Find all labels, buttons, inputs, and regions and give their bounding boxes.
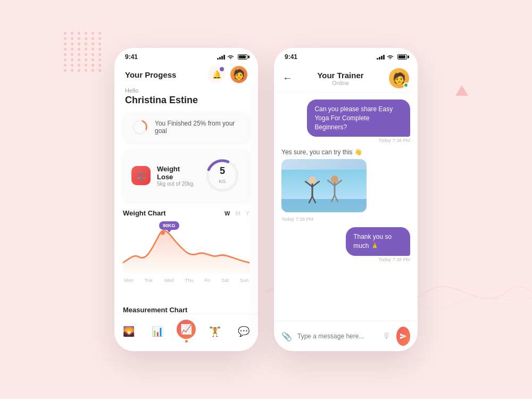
label-wed: Wed [164,278,173,283]
label-fri: Fri [205,278,211,283]
label-mon: Mon [124,278,134,283]
chart-header: Weight Chart W M Y [123,209,250,217]
chat-header-info: Your Trainer Online [297,71,384,86]
tab-year[interactable]: Y [246,210,250,217]
status-bar-left: 9:41 [114,48,258,64]
signal-icon-right [377,54,385,60]
background-dots: const dots = document.querySelector('.bg… [64,32,103,72]
sent-time-2: Today 7:38 PM [378,257,410,262]
workout-icon: 🏋 [205,322,225,341]
sent-bubble-1: Can you please share Easy Yoga For Compl… [307,99,410,137]
weight-icon: ⚖️ [131,166,151,185]
chart-title: Weight Chart [123,209,166,217]
svg-point-13 [331,176,338,183]
online-indicator [403,82,409,88]
time-left: 9:41 [125,53,138,61]
svg-rect-6 [281,199,367,212]
signal-icon [217,54,225,60]
send-icon [400,332,407,340]
back-button[interactable]: ← [282,73,292,84]
goal-ring [131,119,148,136]
mic-button[interactable]: 🎙 [383,331,391,341]
weight-card: ⚖️ Weight Lose 5kg out of 20kg 5 KG [123,149,250,202]
time-right: 9:41 [285,53,297,61]
nav-home[interactable]: 🌄 [117,322,140,341]
phones-container: 9:41 Your Progess [114,48,418,351]
weight-info: Weight Lose 5kg out of 20kg [157,165,197,187]
chart-section: Weight Chart W M Y [114,209,258,302]
chart-tooltip: 90KG [159,221,179,230]
label-thu: Thu [185,278,194,283]
status-bar-right: 9:41 [274,48,418,64]
wifi-icon-right [387,54,394,60]
weight-subtitle: 5kg out of 20kg [157,181,197,187]
stats-icon: 📊 [148,322,167,341]
tab-week[interactable]: W [225,210,230,217]
message-sent-2: Thank you so much 🙏 Today 7:38 PM [330,227,410,262]
bottom-nav: 🌄 📊 📈 🏋 💬 [114,314,258,351]
trainer-name: Your Trainer [297,71,384,80]
nav-stats[interactable]: 📊 [146,322,169,341]
weight-title: Weight Lose [157,165,197,181]
user-name: Christina Estine [114,95,258,112]
user-avatar[interactable]: 🧑 [230,66,247,83]
notification-button[interactable]: 🔔 [208,66,225,83]
svg-point-4 [161,230,165,235]
nav-chat[interactable]: 💬 [232,322,255,341]
tab-month[interactable]: M [235,210,240,217]
weight-unit: KG [219,179,226,184]
label-tue: Tue [145,278,153,283]
weight-chart-area: 90KG [123,221,250,275]
trainer-avatar: 🧑 [389,68,409,88]
label-sat: Sat [221,278,229,283]
battery-icon-right [397,54,407,60]
message-input[interactable] [297,332,377,340]
status-icons-right [377,54,407,60]
chart-labels: Mon Tue Wed Thu Fri Sat Sun [123,278,250,283]
goal-text: You Finished 25% from your goal [155,120,241,135]
home-icon: 🌄 [119,322,138,341]
status-icons-left [217,54,247,60]
greeting-label: Hello [114,87,258,95]
received-message-1: Yes sure, you can try this 👋 [281,148,367,222]
header-icons: 🔔 🧑 [208,66,247,83]
measurement-title: Measurement Chart [114,302,258,314]
progress-header: Your Progess 🔔 🧑 [114,64,258,87]
received-time-1: Today 7:39 PM [281,217,367,222]
chat-nav-icon: 💬 [234,322,253,341]
svg-point-7 [309,177,316,184]
video-thumbnail[interactable]: ▶ [281,159,367,212]
send-button[interactable] [396,327,410,346]
message-sent-1: Can you please share Easy Yoga For Compl… [281,99,410,143]
nav-progress[interactable]: 📈 [174,320,198,343]
sent-time-1: Today 7:38 PM [378,138,410,143]
chat-input-bar: 📎 🎙 [274,321,418,351]
progress-phone: 9:41 Your Progess [114,48,258,351]
notification-badge [220,67,224,71]
nav-workout[interactable]: 🏋 [203,322,227,341]
weight-ring: 5 KG [204,157,241,194]
chat-header: ← Your Trainer Online 🧑 [274,64,418,93]
battery-icon [238,54,247,60]
progress-title: Your Progess [125,70,176,79]
weight-ring-label: 5 KG [219,166,226,185]
attach-button[interactable]: 📎 [281,331,292,342]
chart-tabs: W M Y [225,210,250,217]
wifi-icon [227,54,234,60]
sent-bubble-2: Thank you so much 🙏 [346,227,410,256]
yoga-scene-svg [281,170,367,212]
progress-icon: 📈 [177,320,196,339]
label-sun: Sun [240,278,248,283]
trainer-status: Online [297,80,384,86]
received-text-1: Yes sure, you can try this 👋 [281,148,367,156]
active-dot [185,340,188,343]
decorative-triangle [455,85,468,96]
chat-messages: Can you please share Easy Yoga For Compl… [274,93,418,321]
chat-phone: 9:41 ← Your Trainer [274,48,418,351]
goal-card: You Finished 25% from your goal [123,112,250,142]
weight-number: 5 [219,166,226,176]
